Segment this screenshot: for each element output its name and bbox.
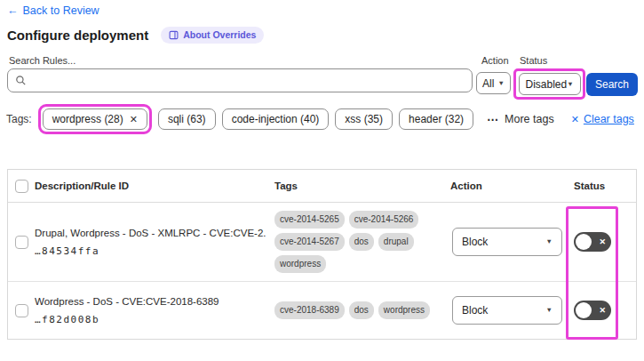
toggle-off-icon: ✕ bbox=[599, 237, 606, 246]
page-title: Configure deployment bbox=[7, 28, 148, 43]
title-row: Configure deployment About Overrides bbox=[7, 27, 264, 44]
tags-bar: Tags: wordpress (28) ✕ sqli (63) code-in… bbox=[6, 105, 634, 133]
select-all-checkbox[interactable] bbox=[15, 180, 28, 193]
clear-tags-label: Clear tags bbox=[584, 113, 634, 125]
back-arrow-icon: ← bbox=[7, 4, 19, 17]
action-select[interactable]: Block ▼ bbox=[452, 228, 562, 256]
configure-deployment-page: ← Back to Review Configure deployment Ab… bbox=[0, 0, 644, 361]
rules-table: Description/Rule ID Tags Action Status D… bbox=[7, 169, 637, 340]
book-icon bbox=[169, 30, 179, 40]
tag-filter-xss[interactable]: xss (35) bbox=[335, 108, 393, 130]
column-header-status: Status bbox=[574, 180, 636, 191]
search-input[interactable] bbox=[32, 75, 465, 87]
rule-id: …84534ffa bbox=[35, 245, 266, 257]
toggle-knob bbox=[576, 302, 592, 318]
rule-tags: cve-2018-6389doswordpress bbox=[273, 294, 450, 326]
column-header-action: Action bbox=[450, 180, 574, 191]
status-toggle[interactable]: ✕ bbox=[574, 232, 611, 252]
column-header-tags: Tags bbox=[273, 180, 450, 191]
about-overrides-badge[interactable]: About Overrides bbox=[161, 27, 264, 44]
about-badge-label: About Overrides bbox=[183, 29, 256, 40]
column-header-description: Description/Rule ID bbox=[35, 180, 273, 191]
search-rules-label: Search Rules... bbox=[9, 55, 76, 66]
more-tags-button[interactable]: ⋯ More tags bbox=[487, 113, 554, 126]
rule-id: …f82d008b bbox=[35, 314, 266, 325]
search-box bbox=[7, 68, 473, 92]
table-row: Drupal, Wordpress - DoS - XMLRPC - CVE:C… bbox=[8, 203, 636, 282]
tag-chip: dos bbox=[349, 233, 374, 251]
rule-description: Wordpress - DoS - CVE:CVE-2018-6389 bbox=[35, 296, 266, 307]
clear-icon: ✕ bbox=[571, 114, 579, 125]
status-filter-value: Disabled bbox=[526, 78, 568, 91]
tag-filter-sqli[interactable]: sqli (63) bbox=[158, 108, 216, 130]
status-toggle[interactable]: ✕ bbox=[574, 301, 611, 320]
search-icon bbox=[15, 75, 27, 86]
rule-description: Drupal, Wordpress - DoS - XMLRPC - CVE:C… bbox=[35, 228, 266, 238]
action-select-value: Block bbox=[462, 304, 488, 317]
status-filter-highlight: Disabled ▼ bbox=[513, 68, 585, 100]
tag-chip: cve-2018-6389 bbox=[274, 301, 345, 319]
chevron-down-icon: ▼ bbox=[546, 238, 553, 245]
tag-filter-label: wordpress (28) bbox=[52, 113, 123, 125]
tag-chip: cve-2014-5267 bbox=[274, 233, 345, 251]
row-checkbox[interactable] bbox=[15, 236, 28, 249]
back-to-review-link[interactable]: ← Back to Review bbox=[7, 4, 99, 17]
tag-filter-header[interactable]: header (32) bbox=[399, 108, 473, 130]
toggle-knob bbox=[576, 234, 592, 250]
action-filter-dropdown[interactable]: All ▼ bbox=[476, 72, 511, 94]
search-button[interactable]: Search bbox=[586, 73, 638, 96]
tag-filter-code-injection[interactable]: code-injection (40) bbox=[222, 108, 330, 130]
tag-chip: wordpress bbox=[378, 301, 430, 319]
action-select[interactable]: Block ▼ bbox=[452, 296, 562, 325]
tag-chip: drupal bbox=[378, 233, 414, 251]
clear-tags-button[interactable]: ✕ Clear tags bbox=[571, 113, 634, 125]
tag-chip: dos bbox=[349, 301, 374, 319]
action-select-value: Block bbox=[462, 236, 488, 248]
row-checkbox[interactable] bbox=[15, 304, 28, 317]
status-filter-dropdown[interactable]: Disabled ▼ bbox=[519, 73, 581, 95]
action-filter-label: Action bbox=[481, 55, 509, 66]
tag-chip: cve-2014-5265 bbox=[274, 211, 345, 229]
selected-tag-highlight: wordpress (28) ✕ bbox=[38, 104, 152, 134]
rule-tags: cve-2014-5265cve-2014-5266cve-2014-5267d… bbox=[273, 204, 450, 280]
table-header-row: Description/Rule ID Tags Action Status bbox=[8, 170, 636, 203]
toggle-off-icon: ✕ bbox=[599, 306, 606, 315]
action-filter-value: All bbox=[482, 77, 494, 90]
tag-filter-wordpress[interactable]: wordpress (28) ✕ bbox=[43, 108, 147, 130]
back-link-label: Back to Review bbox=[23, 4, 99, 17]
chevron-down-icon: ▼ bbox=[498, 80, 505, 87]
table-row: Wordpress - DoS - CVE:CVE-2018-6389 …f82… bbox=[8, 282, 636, 339]
more-tags-label: More tags bbox=[505, 113, 554, 125]
chevron-down-icon: ▼ bbox=[546, 307, 553, 314]
tag-chip: cve-2014-5266 bbox=[349, 211, 419, 229]
tag-chip: wordpress bbox=[274, 255, 326, 273]
remove-tag-icon[interactable]: ✕ bbox=[130, 114, 138, 125]
status-filter-label: Status bbox=[520, 55, 547, 66]
chevron-down-icon: ▼ bbox=[567, 81, 573, 88]
ellipsis-icon: ⋯ bbox=[487, 113, 499, 126]
tags-bar-label: Tags: bbox=[6, 113, 32, 125]
